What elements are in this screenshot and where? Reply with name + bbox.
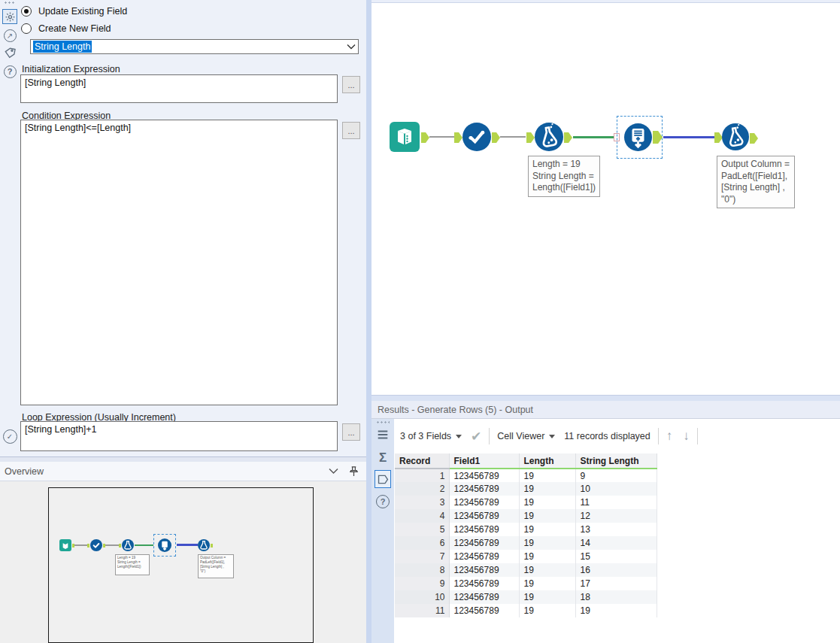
data-cell[interactable]: 18 — [575, 590, 657, 604]
loop-expression-input[interactable]: [String Length]+1 — [20, 421, 338, 451]
initialization-expression-input[interactable]: [String Length] — [20, 74, 338, 103]
radio-selected-icon[interactable] — [21, 6, 32, 17]
radio-update-existing-field[interactable]: Update Existing Field — [21, 6, 127, 17]
fields-dropdown[interactable]: 3 of 3 Fields — [400, 431, 462, 441]
record-number-cell[interactable]: 9 — [395, 577, 449, 590]
table-row[interactable]: 61234567891914 — [395, 536, 657, 550]
metadata-view-icon[interactable] — [375, 426, 391, 444]
select-tool[interactable] — [462, 123, 491, 151]
sigma-profile-icon[interactable]: Σ — [375, 449, 391, 467]
data-cell[interactable]: 15 — [575, 550, 657, 563]
data-cell[interactable]: 17 — [575, 577, 657, 590]
data-cell[interactable]: 10 — [575, 482, 657, 496]
horizontal-splitter[interactable] — [0, 456, 366, 462]
data-cell[interactable]: 19 — [519, 482, 575, 496]
field-select-dropdown[interactable]: String Length — [30, 39, 359, 54]
data-cell[interactable]: 123456789 — [449, 604, 519, 617]
data-cell[interactable]: 14 — [575, 536, 657, 550]
data-cell[interactable]: 9 — [575, 469, 657, 482]
overview-canvas[interactable]: Length = 19 String Length = Length([Fiel… — [0, 481, 366, 643]
record-number-cell[interactable]: 8 — [395, 563, 449, 577]
record-number-cell[interactable]: 3 — [395, 496, 449, 509]
annotation-formula-1[interactable]: Length = 19 String Length = Length([Fiel… — [528, 156, 600, 197]
data-cell[interactable]: 13 — [575, 523, 657, 536]
help-icon[interactable]: ? — [2, 64, 17, 79]
annotation-formula-2[interactable]: Output Column = PadLeft([Field1], [Strin… — [717, 156, 795, 208]
data-cell[interactable]: 11 — [575, 496, 657, 509]
data-cell[interactable]: 19 — [519, 604, 575, 617]
table-row[interactable]: 91234567891917 — [395, 577, 657, 590]
column-header[interactable]: Length — [519, 453, 575, 469]
apply-check-icon[interactable]: ✔ — [471, 429, 481, 444]
help-icon[interactable]: ? — [375, 493, 391, 511]
table-row[interactable]: 81234567891916 — [395, 563, 657, 577]
table-row[interactable]: 21234567891910 — [395, 482, 657, 496]
data-cell[interactable]: 19 — [519, 496, 575, 509]
table-row[interactable]: 31234567891911 — [395, 496, 657, 509]
data-cell[interactable]: 123456789 — [449, 482, 519, 496]
data-cell[interactable]: 123456789 — [449, 496, 519, 509]
data-cell[interactable]: 123456789 — [449, 590, 519, 604]
condition-expression-editor-button[interactable]: ... — [342, 122, 360, 139]
data-cell[interactable]: 123456789 — [449, 563, 519, 577]
input-data-tool[interactable] — [390, 122, 420, 152]
data-cell[interactable]: 19 — [519, 550, 575, 563]
data-cell[interactable]: 123456789 — [449, 550, 519, 563]
data-cell[interactable]: 19 — [519, 590, 575, 604]
chevron-down-icon[interactable] — [347, 44, 356, 50]
data-cell[interactable]: 12 — [575, 509, 657, 523]
record-number-cell[interactable]: 6 — [395, 536, 449, 550]
column-header[interactable]: Field1 — [449, 453, 519, 469]
connection-wire-green[interactable] — [573, 136, 614, 138]
collapse-chevron-icon[interactable] — [329, 468, 338, 475]
condition-expression-input[interactable]: [String Length]<=[Length] — [20, 120, 338, 405]
record-number-cell[interactable]: 7 — [395, 550, 449, 563]
init-expression-editor-button[interactable]: ... — [342, 76, 360, 93]
pin-icon[interactable] — [349, 466, 359, 477]
table-row[interactable]: 51234567891913 — [395, 523, 657, 536]
data-cell[interactable]: 123456789 — [449, 509, 519, 523]
radio-unselected-icon[interactable] — [21, 23, 32, 34]
table-row[interactable]: 101234567891918 — [395, 590, 657, 604]
column-header[interactable]: String Length — [575, 453, 657, 469]
record-number-cell[interactable]: 1 — [395, 469, 449, 482]
configuration-tab-icon[interactable] — [2, 9, 17, 24]
record-number-cell[interactable]: 10 — [395, 590, 449, 604]
data-cell[interactable]: 123456789 — [449, 523, 519, 536]
results-data-table[interactable]: RecordField1LengthString Length 11234567… — [395, 453, 657, 617]
radio-create-new-field[interactable]: Create New Field — [21, 23, 111, 34]
formula-tool-2[interactable] — [722, 123, 749, 150]
data-cell[interactable]: 123456789 — [449, 469, 519, 482]
data-cell[interactable]: 19 — [519, 509, 575, 523]
vertical-splitter[interactable] — [366, 0, 371, 643]
data-cell[interactable]: 19 — [519, 577, 575, 590]
table-row[interactable]: 111234567891919 — [395, 604, 657, 617]
table-row[interactable]: 41234567891912 — [395, 509, 657, 523]
connection-wire-blue[interactable] — [663, 136, 714, 138]
table-row[interactable]: 1123456789199 — [395, 469, 657, 482]
connection-wire[interactable] — [429, 136, 454, 138]
data-cell[interactable]: 19 — [519, 536, 575, 550]
record-number-cell[interactable]: 2 — [395, 482, 449, 496]
column-header[interactable]: Record — [395, 453, 449, 469]
data-view-icon[interactable] — [375, 470, 391, 488]
data-cell[interactable]: 123456789 — [449, 536, 519, 550]
connection-wire[interactable] — [500, 136, 526, 138]
arrow-down-icon[interactable]: ↓ — [683, 429, 690, 444]
data-cell[interactable]: 123456789 — [449, 577, 519, 590]
record-number-cell[interactable]: 11 — [395, 604, 449, 617]
data-cell[interactable]: 19 — [519, 563, 575, 577]
arrow-up-icon[interactable]: ↑ — [666, 429, 673, 444]
data-cell[interactable]: 19 — [519, 523, 575, 536]
formula-tool[interactable] — [535, 123, 563, 151]
tag-icon[interactable] — [2, 46, 17, 61]
record-number-cell[interactable]: 5 — [395, 523, 449, 536]
record-number-cell[interactable]: 4 — [395, 509, 449, 523]
cell-viewer-dropdown[interactable]: Cell Viewer — [497, 431, 555, 441]
horizontal-splitter-results[interactable] — [371, 395, 840, 401]
navigation-arrow-icon[interactable]: ↗ — [2, 28, 17, 43]
overview-viewport-rect[interactable]: Length = 19 String Length = Length([Fiel… — [48, 487, 314, 643]
data-cell[interactable]: 19 — [519, 469, 575, 482]
data-cell[interactable]: 19 — [575, 604, 657, 617]
loop-expression-editor-button[interactable]: ... — [342, 423, 360, 441]
